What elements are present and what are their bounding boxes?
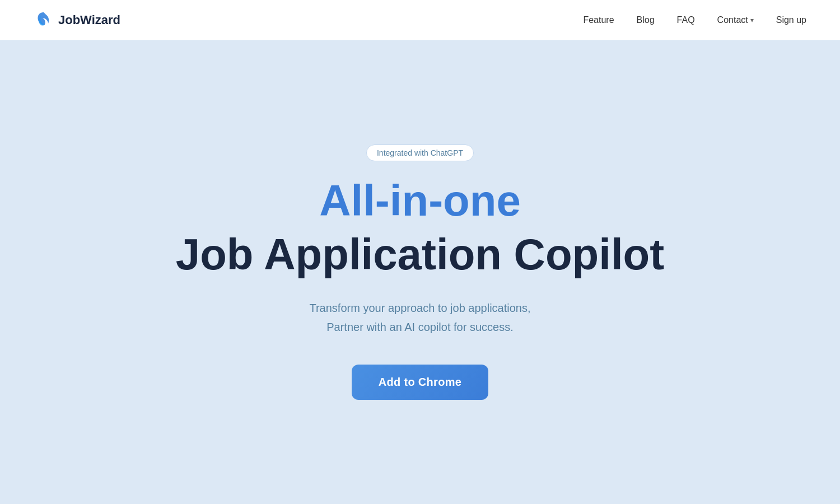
hero-subtitle: Transform your approach to job applicati…: [309, 298, 530, 337]
hero-title-main: Job Application Copilot: [176, 231, 664, 279]
hero-subtitle-line2: Partner with an AI copilot for success.: [326, 321, 514, 333]
hero-subtitle-line1: Transform your approach to job applicati…: [309, 302, 530, 314]
nav-item-contact[interactable]: Contact ▾: [717, 15, 754, 25]
logo[interactable]: JobWizard: [34, 10, 120, 30]
add-to-chrome-button[interactable]: Add to Chrome: [352, 365, 488, 400]
nav-blog-label: Blog: [637, 15, 655, 25]
logo-text: JobWizard: [58, 13, 120, 27]
hero-section: Integrated with ChatGPT All-in-one Job A…: [0, 40, 840, 504]
badge-text: Integrated with ChatGPT: [377, 148, 463, 157]
hero-title-gradient: All-in-one: [319, 177, 521, 225]
nav-faq-label: FAQ: [677, 15, 695, 25]
nav-links: Feature Blog FAQ Contact ▾ Sign up: [583, 15, 806, 25]
nav-item-blog[interactable]: Blog: [637, 15, 655, 25]
logo-icon: [34, 10, 54, 30]
nav-signup-link[interactable]: Sign up: [776, 15, 806, 25]
nav-feature-label: Feature: [583, 15, 614, 25]
chevron-down-icon: ▾: [750, 16, 754, 24]
navbar: JobWizard Feature Blog FAQ Contact ▾ Sig…: [0, 0, 840, 40]
nav-contact-label: Contact: [717, 15, 748, 25]
nav-item-feature[interactable]: Feature: [583, 15, 614, 25]
badge: Integrated with ChatGPT: [366, 144, 474, 161]
nav-item-faq[interactable]: FAQ: [677, 15, 695, 25]
